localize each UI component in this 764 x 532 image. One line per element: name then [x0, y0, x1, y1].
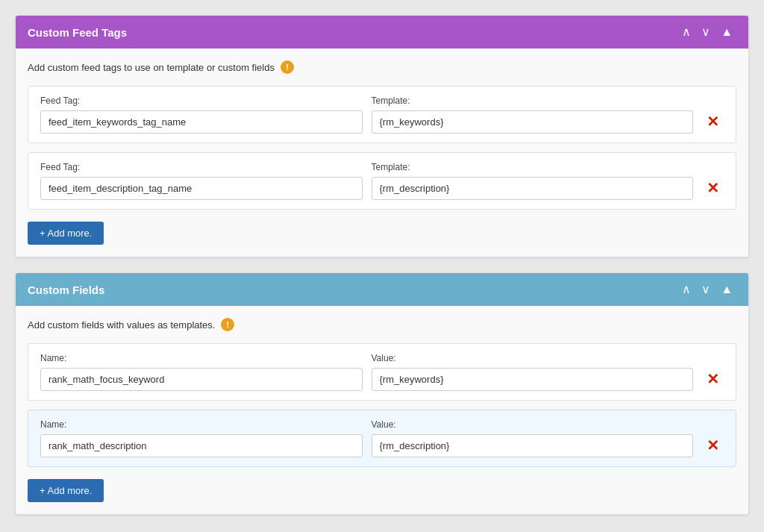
feed-tag-input-2[interactable] — [40, 177, 363, 200]
value-label-2: Value: — [372, 419, 694, 430]
custom-feed-tags-add-more-button[interactable]: + Add more. — [28, 222, 104, 245]
value-group-1: Value: — [372, 353, 694, 391]
custom-fields-controls: ∧ ∨ ▲ — [678, 282, 736, 297]
custom-fields-field-row-2: Name: Value: ✕ — [40, 419, 724, 457]
custom-fields-description-text: Add custom fields with values as templat… — [28, 319, 215, 331]
feed-tag-label-2: Feed Tag: — [40, 162, 363, 172]
custom-fields-row-2: Name: Value: ✕ — [28, 410, 736, 467]
delete-row-1-button[interactable]: ✕ — [702, 111, 724, 132]
custom-feed-tags-row-1: Feed Tag: Template: ✕ — [28, 86, 736, 143]
template-label-1: Template: — [372, 96, 694, 106]
value-input-2[interactable] — [372, 434, 694, 457]
custom-feed-tags-field-row-2: Feed Tag: Template: ✕ — [40, 162, 724, 200]
custom-fields-add-more-button[interactable]: + Add more. — [28, 479, 104, 502]
custom-feed-tags-field-row-1: Feed Tag: Template: ✕ — [40, 96, 724, 134]
name-group-2: Name: — [40, 419, 363, 457]
name-label-2: Name: — [40, 419, 363, 430]
custom-fields-header: Custom Fields ∧ ∨ ▲ — [16, 273, 748, 306]
feed-tag-input-1[interactable] — [40, 110, 363, 134]
custom-fields-title: Custom Fields — [28, 284, 104, 296]
custom-feed-tags-info-icon: ! — [281, 60, 294, 74]
feed-tag-group-2: Feed Tag: — [40, 162, 363, 200]
custom-fields-up-button[interactable]: ∧ — [678, 282, 695, 297]
custom-feed-tags-up-button[interactable]: ∧ — [678, 25, 695, 40]
template-group-1: Template: — [372, 96, 694, 134]
template-input-2[interactable] — [372, 177, 694, 200]
custom-feed-tags-controls: ∧ ∨ ▲ — [678, 25, 736, 40]
feed-tag-label-1: Feed Tag: — [40, 96, 363, 106]
custom-feed-tags-header: Custom Feed Tags ∧ ∨ ▲ — [16, 16, 748, 48]
custom-feed-tags-description-text: Add custom feed tags to use on template … — [28, 62, 275, 73]
template-group-2: Template: — [372, 162, 694, 200]
name-input-1[interactable] — [40, 368, 363, 391]
custom-fields-panel: Custom Fields ∧ ∨ ▲ Add custom fields wi… — [15, 272, 749, 515]
custom-fields-row-1: Name: Value: ✕ — [28, 343, 736, 401]
custom-feed-tags-title: Custom Feed Tags — [28, 26, 127, 39]
template-input-1[interactable] — [372, 110, 694, 134]
value-group-2: Value: — [372, 419, 694, 457]
custom-fields-down-button[interactable]: ∨ — [698, 282, 714, 297]
name-label-1: Name: — [40, 353, 363, 363]
custom-feed-tags-collapse-button[interactable]: ▲ — [717, 25, 736, 40]
delete-cf-row-2-button[interactable]: ✕ — [702, 435, 724, 456]
custom-feed-tags-down-button[interactable]: ∨ — [698, 25, 714, 40]
custom-fields-collapse-button[interactable]: ▲ — [717, 282, 736, 297]
name-input-2[interactable] — [40, 434, 363, 457]
value-input-1[interactable] — [372, 368, 694, 391]
custom-fields-info-icon: ! — [221, 318, 234, 331]
custom-feed-tags-description: Add custom feed tags to use on template … — [28, 60, 736, 74]
custom-feed-tags-body: Add custom feed tags to use on template … — [16, 48, 748, 257]
delete-row-2-button[interactable]: ✕ — [702, 178, 724, 198]
template-label-2: Template: — [372, 162, 694, 172]
feed-tag-group-1: Feed Tag: — [40, 96, 363, 134]
value-label-1: Value: — [372, 353, 694, 363]
name-group-1: Name: — [40, 353, 363, 391]
custom-fields-body: Add custom fields with values as templat… — [16, 306, 748, 514]
custom-feed-tags-panel: Custom Feed Tags ∧ ∨ ▲ Add custom feed t… — [15, 15, 749, 257]
delete-cf-row-1-button[interactable]: ✕ — [702, 369, 724, 389]
custom-fields-field-row-1: Name: Value: ✕ — [40, 353, 724, 391]
custom-fields-description: Add custom fields with values as templat… — [28, 318, 736, 331]
custom-feed-tags-row-2: Feed Tag: Template: ✕ — [28, 152, 736, 210]
